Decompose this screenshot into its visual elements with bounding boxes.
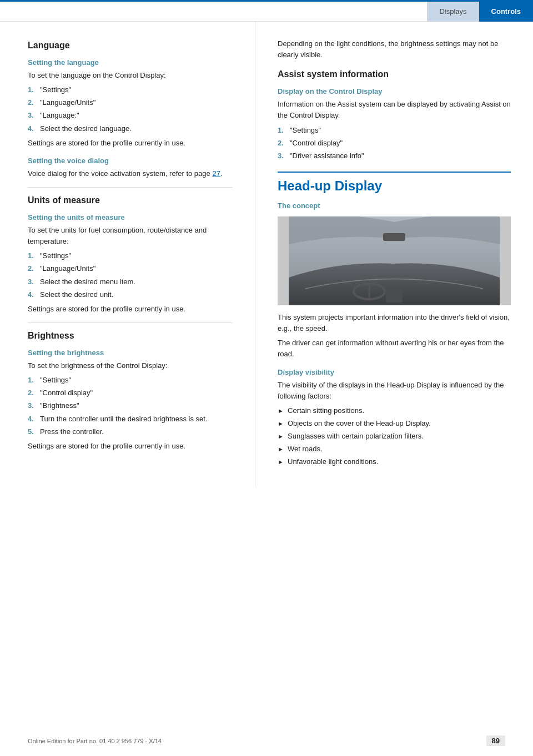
tab-displays-label: Displays (439, 7, 466, 16)
bullet-arrow-icon: ► (278, 443, 288, 454)
concept-text2: The driver can get information without a… (278, 337, 511, 360)
content-wrapper: Language Setting the language To set the… (0, 22, 533, 487)
right-column: Depending on the light conditions, the b… (255, 22, 533, 487)
setting-language-note: Settings are stored for the profile curr… (28, 138, 233, 149)
hud-image (278, 216, 511, 305)
setting-brightness-intro: To set the brightness of the Control Dis… (28, 360, 233, 371)
list-item: ► Certain sitting positions. (278, 405, 511, 416)
visibility-item: Wet roads. (288, 443, 323, 455)
assist-title: Assist system information (278, 69, 511, 79)
voice-dialog-subtitle: Setting the voice dialog (28, 157, 233, 165)
display-visibility-text: The visibility of the displays in the He… (278, 380, 511, 402)
footer: Online Edition for Part no. 01 40 2 956 … (0, 735, 533, 746)
list-item: 1. "Settings" (28, 375, 233, 386)
list-item: 2. "Language/Units" (28, 263, 233, 274)
list-item: 3. "Language:" (28, 110, 233, 121)
display-subtitle: Display on the Control Display (278, 87, 511, 95)
list-item: ► Objects on the cover of the Head-up Di… (278, 418, 511, 429)
voice-dialog-page-link[interactable]: 27 (212, 169, 220, 178)
section-divider-2 (28, 322, 233, 323)
left-column: Language Setting the language To set the… (0, 22, 255, 487)
tab-controls-label: Controls (491, 7, 521, 16)
list-item: 2. "Control display" (28, 387, 233, 399)
tab-controls[interactable]: Controls (479, 2, 533, 22)
setting-language-subtitle: Setting the language (28, 58, 233, 67)
brightness-note: Depending on the light conditions, the b… (278, 38, 511, 61)
section-divider (28, 187, 233, 188)
list-item: ► Unfavorable light conditions. (278, 456, 511, 467)
setting-units-steps: 1. "Settings" 2. "Language/Units" 3. Sel… (28, 250, 233, 300)
setting-units-note: Settings are stored for the profile curr… (28, 304, 233, 315)
list-item: 1. "Settings" (28, 250, 233, 261)
setting-brightness-subtitle: Setting the brightness (28, 349, 233, 357)
visibility-item: Sunglasses with certain polarization fil… (288, 431, 424, 442)
bullet-arrow-icon: ► (278, 431, 288, 441)
top-nav: Displays Controls (0, 2, 533, 22)
list-item: ► Sunglasses with certain polarization f… (278, 431, 511, 442)
svg-rect-4 (383, 233, 405, 241)
display-visibility-subtitle: Display visibility (278, 368, 511, 376)
bullet-arrow-icon: ► (278, 405, 288, 416)
list-item: 1. "Settings" (28, 84, 233, 95)
list-item: 3. Select the desired menu item. (28, 276, 233, 288)
setting-brightness-note: Settings are stored for the profile curr… (28, 441, 233, 452)
list-item: ► Wet roads. (278, 443, 511, 455)
footer-edition-text: Online Edition for Part no. 01 40 2 956 … (28, 738, 162, 744)
footer-page-number: 89 (486, 735, 505, 746)
setting-units-subtitle: Setting the units of measure (28, 213, 233, 221)
voice-dialog-text-content: Voice dialog for the voice activation sy… (28, 169, 212, 178)
svg-rect-3 (386, 289, 403, 303)
list-item: 2. "Control display" (278, 138, 511, 149)
display-text: Information on the Assist system can be … (278, 99, 511, 121)
bullet-arrow-icon: ► (278, 456, 288, 467)
list-item: 4. Select the desired unit. (28, 289, 233, 300)
visibility-list: ► Certain sitting positions. ► Objects o… (278, 405, 511, 468)
list-item: 4. Turn the controller until the desired… (28, 414, 233, 425)
visibility-item: Objects on the cover of the Head-up Disp… (288, 418, 431, 429)
concept-text1: This system projects important informati… (278, 312, 511, 334)
visibility-item: Unfavorable light conditions. (288, 456, 378, 467)
display-steps: 1. "Settings" 2. "Control display" 3. "D… (278, 125, 511, 162)
bullet-arrow-icon: ► (278, 418, 288, 429)
list-item: 1. "Settings" (278, 125, 511, 136)
list-item: 2. "Language/Units" (28, 97, 233, 108)
concept-subtitle: The concept (278, 201, 511, 210)
setting-units-intro: To set the units for fuel consumption, r… (28, 225, 233, 247)
language-title: Language (28, 41, 233, 51)
visibility-item: Certain sitting positions. (288, 405, 364, 416)
setting-language-steps: 1. "Settings" 2. "Language/Units" 3. "La… (28, 84, 233, 134)
list-item: 3. "Brightness" (28, 400, 233, 411)
hud-major-title: Head-up Display (278, 172, 511, 194)
list-item: 4. Select the desired language. (28, 123, 233, 134)
units-title: Units of measure (28, 195, 233, 205)
voice-dialog-suffix: . (220, 169, 223, 178)
setting-brightness-steps: 1. "Settings" 2. "Control display" 3. "B… (28, 375, 233, 437)
tab-displays[interactable]: Displays (427, 2, 479, 22)
list-item: 5. Press the controller. (28, 426, 233, 437)
brightness-title: Brightness (28, 331, 233, 341)
voice-dialog-text: Voice dialog for the voice activation sy… (28, 168, 233, 179)
list-item: 3. "Driver assistance info" (278, 150, 511, 162)
setting-language-intro: To set the language on the Control Displ… (28, 70, 233, 81)
